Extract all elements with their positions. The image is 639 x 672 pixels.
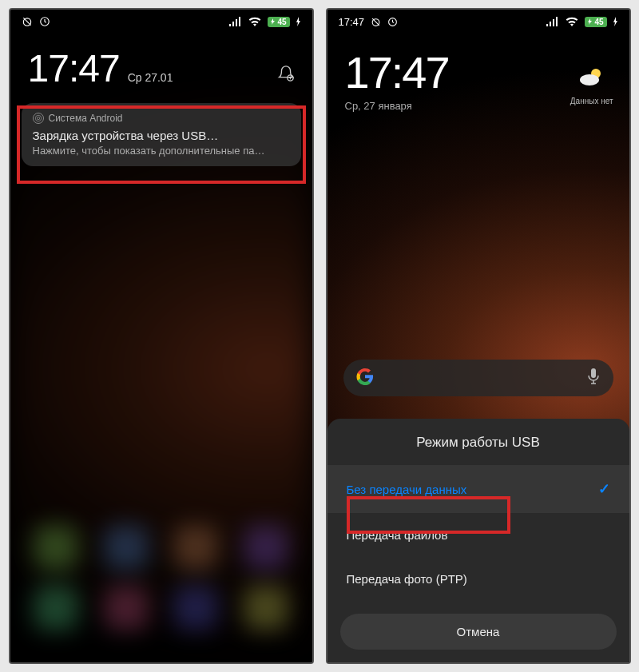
signal-icon (229, 17, 242, 26)
wifi-icon (248, 17, 261, 26)
option-label: Без передачи данных (347, 483, 467, 496)
clock-time: 17:47 (28, 46, 120, 90)
clock-date: Ср 27.01 (128, 71, 173, 84)
cancel-label: Отмена (457, 625, 500, 638)
usb-option-file-transfer[interactable]: Передача файлов (327, 513, 629, 557)
signal-icon (546, 17, 559, 26)
google-search-bar[interactable] (343, 360, 613, 396)
clock-icon (39, 16, 50, 27)
charging-icon (296, 17, 301, 26)
cancel-button[interactable]: Отмена (340, 614, 617, 650)
svg-rect-6 (239, 17, 240, 26)
usb-mode-dialog: Режим работы USB Без передачи данных ✓ П… (327, 419, 629, 662)
svg-rect-4 (232, 22, 234, 26)
dialog-title: Режим работы USB (327, 435, 629, 465)
svg-point-18 (580, 74, 599, 85)
status-bar: 45 (10, 10, 312, 32)
alarm-off-icon (371, 17, 381, 27)
wifi-icon (566, 17, 578, 26)
battery-percent: 45 (594, 18, 603, 26)
status-time: 17:47 (339, 16, 365, 28)
google-icon (356, 368, 374, 388)
charging-icon (613, 17, 618, 26)
svg-rect-13 (546, 24, 548, 26)
battery-indicator: 45 (585, 17, 606, 27)
status-bar: 17:47 45 (327, 10, 629, 32)
weather-widget[interactable]: Данных нет (570, 66, 613, 105)
lockscreen-clock: 17:47 Ср 27.01 (10, 32, 312, 98)
svg-point-9 (37, 117, 39, 119)
blurred-app-dock (10, 479, 312, 638)
weather-icon (570, 66, 613, 93)
usb-notification[interactable]: Система Android Зарядка устройства через… (22, 103, 301, 166)
svg-rect-16 (556, 17, 558, 26)
option-label: Передача фото (PTP) (347, 572, 467, 586)
notification-settings-icon[interactable] (277, 65, 295, 85)
check-icon: ✓ (598, 480, 610, 498)
svg-point-8 (35, 115, 42, 121)
option-label: Передача файлов (347, 528, 448, 542)
svg-rect-14 (550, 22, 551, 26)
svg-rect-19 (591, 368, 596, 378)
battery-indicator: 45 (268, 17, 289, 27)
mic-icon[interactable] (586, 368, 601, 388)
weather-text: Данных нет (570, 97, 613, 105)
svg-rect-5 (236, 19, 237, 26)
notification-title: Зарядка устройства через USB… (33, 129, 290, 142)
notification-body: Нажмите, чтобы показать дополнительные п… (33, 145, 290, 157)
battery-percent: 45 (277, 18, 286, 26)
usb-option-ptp[interactable]: Передача фото (PTP) (327, 557, 629, 601)
android-system-icon (33, 113, 44, 124)
phone-left: 45 17:47 Ср 27.01 Система Android Зарядк… (9, 8, 314, 664)
clock-icon (387, 17, 398, 27)
phone-right: 17:47 45 17:47 Ср, 27 ян (326, 8, 631, 664)
svg-rect-3 (229, 24, 231, 26)
svg-rect-15 (553, 19, 554, 26)
usb-option-no-data[interactable]: Без передачи данных ✓ (327, 465, 629, 513)
alarm-off-icon (22, 16, 33, 27)
notification-app-name: Система Android (49, 113, 123, 124)
